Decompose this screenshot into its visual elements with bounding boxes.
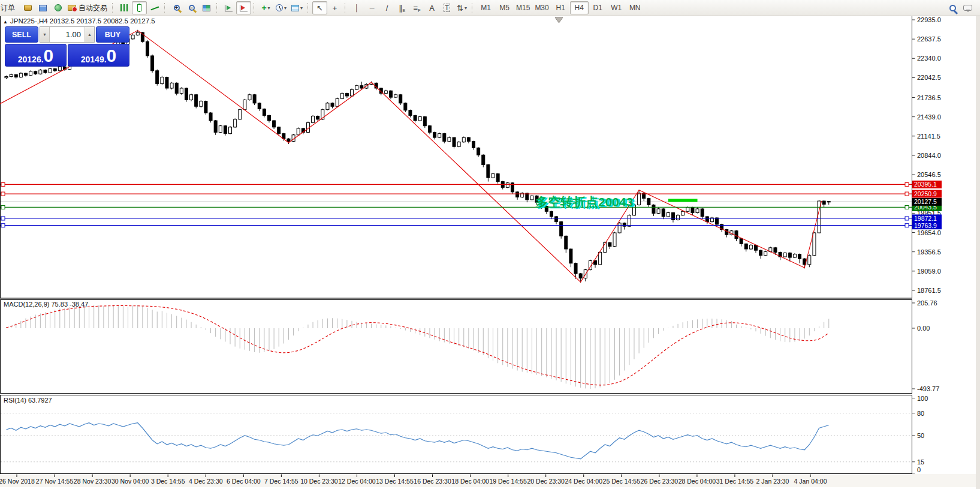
indicators-icon: +: [261, 3, 266, 13]
candlestick-chart-icon: [137, 4, 141, 11]
dropdown-icon: ▾: [284, 5, 287, 11]
text-tool-button[interactable]: A: [424, 1, 439, 14]
highlighted-trend-segment[interactable]: [668, 199, 698, 202]
tf-m15[interactable]: M15: [514, 1, 532, 14]
hline-left-handle[interactable]: [1, 182, 5, 186]
tf-h4[interactable]: H4: [570, 1, 589, 14]
tf-m1[interactable]: M1: [477, 1, 495, 14]
tf-h1[interactable]: H1: [551, 1, 570, 14]
chart-canvas[interactable]: 22935.022637.522340.022042.521736.521439…: [0, 0, 980, 489]
price-tag-label: 20395.1: [914, 181, 937, 188]
tf-w1[interactable]: W1: [607, 1, 626, 14]
time-tick-label: 19 Dec 14:55: [489, 478, 527, 485]
text-label-tool-button[interactable]: T: [439, 1, 454, 14]
cursor-icon: ↖: [316, 4, 323, 13]
rsi-tick-label: 0: [917, 466, 921, 473]
bid-price-tag: 20127.5: [912, 198, 942, 206]
auto-scroll-button[interactable]: [221, 1, 236, 14]
hline-left-handle[interactable]: [1, 192, 5, 196]
toolbar-grip: [112, 3, 114, 13]
bar-chart-button[interactable]: [117, 1, 132, 14]
price-tick-label: 19654.0: [917, 229, 941, 236]
sell-button[interactable]: SELL: [5, 26, 38, 43]
chart-title: JPN225-,H4 20132.5 20137.5 20082.5 20127…: [10, 17, 155, 25]
time-tick-label: 12 Dec 04:00: [338, 478, 376, 485]
volume-stepper: ▼ 1.00 ▲: [40, 26, 95, 43]
right-edge-strip: [976, 16, 980, 489]
hline-right-handle[interactable]: [905, 192, 909, 196]
tf-m30[interactable]: M30: [532, 1, 551, 14]
time-tick-label: 27 Nov 14:55: [36, 478, 74, 485]
main-chart-panel[interactable]: [1, 16, 912, 299]
dropdown-icon: ▾: [268, 5, 270, 11]
hline-left-handle[interactable]: [1, 224, 5, 227]
hline-right-handle[interactable]: [905, 217, 909, 220]
crosshair-icon: +: [333, 4, 337, 13]
navigator-button[interactable]: [50, 1, 65, 14]
price-tick-label: 19059.0: [917, 268, 941, 275]
indicators-button[interactable]: +▾: [258, 1, 273, 14]
channel-tool-button[interactable]: ∥E: [394, 1, 409, 14]
time-tick-label: 24 Dec 04:00: [565, 478, 603, 485]
trendline-tool-button[interactable]: /: [379, 1, 394, 14]
crosshair-tool-button[interactable]: +: [327, 1, 342, 14]
macd-tick-label: -493.77: [917, 385, 939, 392]
volume-up-button[interactable]: ▲: [85, 27, 94, 42]
buy-price-display[interactable]: 20149.0: [68, 44, 129, 67]
zoom-in-button[interactable]: [169, 1, 184, 14]
price-tick-label: 22340.0: [917, 55, 941, 62]
panel-collapse-icon[interactable]: ▲: [3, 19, 8, 25]
fibonacci-sub-label: F: [418, 8, 420, 13]
time-tick-label: 30 Nov 04:00: [111, 478, 149, 485]
hline-left-handle[interactable]: [1, 205, 5, 209]
zoom-out-button[interactable]: [184, 1, 199, 14]
search-button[interactable]: [945, 1, 960, 14]
hline-right-handle[interactable]: [905, 182, 909, 186]
time-tick-label: 26 Nov 2018: [0, 478, 35, 485]
vertical-line-tool-button[interactable]: │: [349, 1, 364, 14]
price-tag-20395.1: 20395.1: [912, 181, 942, 188]
time-tick-label: 4 Dec 23:30: [189, 478, 223, 485]
tf-d1[interactable]: D1: [589, 1, 607, 14]
sell-price-display[interactable]: 20126.0: [5, 44, 67, 67]
arrows-tool-button[interactable]: ⇅▾: [454, 1, 469, 14]
buy-price-main: 20149.: [81, 55, 107, 64]
price-tick-label: 22935.0: [917, 16, 941, 23]
tile-windows-button[interactable]: [199, 1, 214, 14]
annotation-text[interactable]: 多空转折点20043: [535, 195, 633, 209]
time-tick-label: 10 Dec 23:30: [300, 478, 338, 485]
price-tick-label: 20546.5: [917, 171, 941, 178]
hline-right-handle[interactable]: [905, 205, 909, 209]
community-chat-button[interactable]: [960, 1, 975, 14]
macd-panel[interactable]: [1, 300, 912, 394]
navigator-icon: [55, 4, 62, 11]
new-order-icon-button[interactable]: [20, 1, 35, 14]
volume-down-button[interactable]: ▼: [40, 27, 50, 42]
chat-icon: [963, 5, 972, 11]
tf-mn[interactable]: MN: [626, 1, 644, 14]
hline-left-handle[interactable]: [1, 217, 5, 220]
horizontal-line-tool-button[interactable]: ─: [364, 1, 379, 14]
templates-button[interactable]: ▾: [289, 1, 305, 14]
fibonacci-tool-button[interactable]: ≡F: [409, 1, 424, 14]
time-tick-label: 18 Dec 04:00: [451, 478, 489, 485]
buy-price-big-digit: 0: [107, 47, 117, 64]
market-watch-icon: [39, 5, 47, 11]
zoom-out-icon: [189, 5, 195, 11]
chart-shift-button[interactable]: [236, 1, 251, 14]
tf-m5[interactable]: M5: [495, 1, 514, 14]
vertical-line-icon: │: [355, 4, 359, 11]
tile-windows-icon: [203, 5, 210, 11]
new-order-button[interactable]: 新订单: [0, 1, 20, 14]
cursor-tool-button[interactable]: ↖: [312, 1, 327, 14]
buy-button[interactable]: BUY: [96, 26, 129, 43]
candlestick-chart-button[interactable]: [132, 1, 147, 14]
hline-right-handle[interactable]: [905, 224, 909, 227]
line-chart-button[interactable]: [147, 1, 162, 14]
periods-button[interactable]: ▾: [273, 1, 289, 14]
price-tick-label: 21439.0: [917, 113, 941, 121]
dropdown-icon: ▾: [300, 5, 303, 11]
market-watch-button[interactable]: [35, 1, 50, 14]
volume-input[interactable]: 1.00: [50, 27, 85, 42]
autotrading-button[interactable]: 自动交易: [65, 1, 110, 14]
